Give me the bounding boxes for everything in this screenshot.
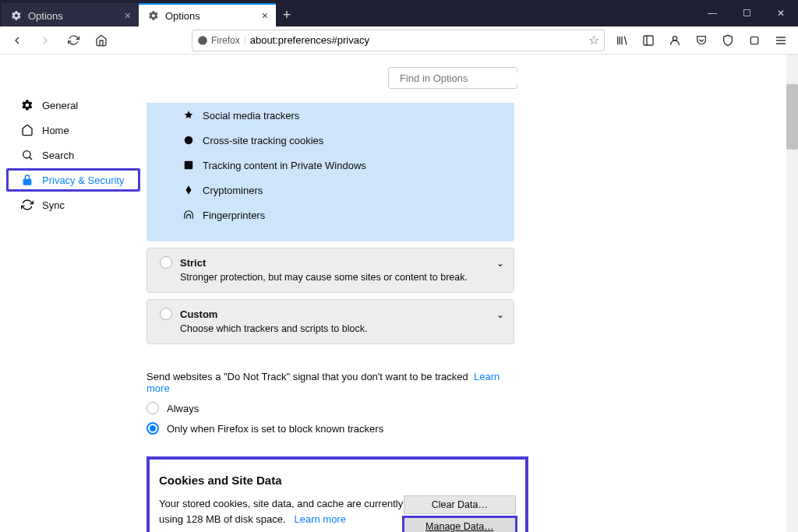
- main-content: Social media trackers Cross-site trackin…: [147, 55, 798, 532]
- gear-icon: [20, 98, 34, 112]
- cookie-learn-more-link[interactable]: Learn more: [294, 513, 345, 525]
- url-bar[interactable]: Firefox ☆: [192, 30, 605, 51]
- cookie-icon: [182, 134, 195, 146]
- minimize-button[interactable]: —: [695, 0, 729, 26]
- window-controls: — ☐ ✕: [695, 0, 798, 26]
- level-title: Custom: [180, 308, 217, 320]
- radio-off-icon[interactable]: [160, 308, 172, 320]
- tracker-label: Tracking content in Private Windows: [203, 160, 366, 171]
- identity-label: Firefox: [211, 35, 240, 46]
- dnt-text: Send websites a "Do Not Track" signal th…: [147, 371, 468, 382]
- clear-data-button[interactable]: Clear Data…: [404, 495, 516, 514]
- svg-rect-3: [750, 37, 757, 44]
- tracker-label: Fingerprinters: [203, 210, 265, 221]
- dnt-option-always[interactable]: Always: [147, 402, 514, 414]
- close-icon[interactable]: ×: [262, 9, 268, 22]
- section-title: Cookies and Site Data: [159, 474, 516, 487]
- chevron-down-icon: ⌄: [496, 309, 504, 320]
- standard-protection-box: Social media trackers Cross-site trackin…: [147, 103, 514, 241]
- svg-point-2: [673, 36, 676, 40]
- social-tracker-icon: [182, 109, 195, 122]
- find-in-options[interactable]: [388, 67, 517, 89]
- nav-toolbar: Firefox ☆: [0, 26, 798, 55]
- protection-level-strict[interactable]: ⌄ Strict Stronger protection, but may ca…: [147, 248, 514, 293]
- tracker-item-fingerprint: Fingerprinters: [147, 203, 514, 227]
- back-button[interactable]: [6, 30, 28, 51]
- cookies-site-data-section: Cookies and Site Data Your stored cookie…: [147, 456, 528, 532]
- level-desc: Stronger protection, but may cause some …: [180, 272, 486, 283]
- svg-point-0: [198, 36, 207, 45]
- dnt-label: Always: [167, 403, 199, 414]
- extension-icon[interactable]: [743, 30, 765, 51]
- tab-options-2[interactable]: Options ×: [139, 3, 276, 26]
- radio-off-icon[interactable]: [147, 402, 159, 414]
- home-icon: [20, 123, 34, 137]
- preferences-sidebar: General Home Search Privacy & Security S…: [0, 55, 147, 532]
- sidebar-item-label: Sync: [42, 199, 65, 211]
- sync-icon: [20, 198, 34, 212]
- sidebar-item-sync[interactable]: Sync: [6, 193, 140, 217]
- bookmark-star-icon[interactable]: ☆: [588, 33, 599, 48]
- sidebar-item-general[interactable]: General: [6, 93, 140, 117]
- svg-rect-7: [185, 161, 193, 170]
- shield-icon[interactable]: [717, 30, 739, 51]
- radio-off-icon[interactable]: [160, 256, 172, 269]
- sidebar-item-label: General: [42, 100, 78, 111]
- find-input[interactable]: [400, 72, 531, 84]
- home-button[interactable]: [90, 30, 112, 51]
- pocket-icon[interactable]: [690, 30, 712, 51]
- tracker-item-crypto: Cryptominers: [147, 178, 514, 203]
- reload-button[interactable]: [62, 30, 84, 51]
- level-title: Strict: [180, 257, 206, 269]
- tracker-item-social: Social media trackers: [147, 103, 514, 128]
- tracking-content-icon: [182, 159, 195, 171]
- sidebar-item-label: Search: [42, 150, 74, 161]
- tracker-item-content: Tracking content in Private Windows: [147, 153, 514, 178]
- tab-options-1[interactable]: Options ×: [2, 3, 139, 26]
- menu-button[interactable]: [770, 30, 792, 51]
- sidebar-icon[interactable]: [637, 30, 659, 51]
- fingerprint-icon: [182, 209, 195, 221]
- tracker-label: Cryptominers: [203, 185, 263, 196]
- tracker-label: Cross-site tracking cookies: [203, 135, 323, 146]
- lock-icon: [20, 173, 34, 187]
- cryptominer-icon: [182, 184, 195, 196]
- svg-point-4: [23, 151, 30, 158]
- chevron-down-icon: ⌄: [496, 258, 504, 269]
- close-window-button[interactable]: ✕: [764, 0, 798, 26]
- scrollbar-thumb[interactable]: [786, 84, 798, 150]
- do-not-track-section: Send websites a "Do Not Track" signal th…: [147, 371, 514, 435]
- sidebar-item-search[interactable]: Search: [6, 143, 140, 167]
- level-desc: Choose which trackers and scripts to blo…: [180, 323, 486, 334]
- gear-icon: [147, 9, 161, 23]
- library-icon[interactable]: [611, 30, 633, 51]
- gear-icon: [9, 9, 23, 23]
- sidebar-item-label: Home: [42, 125, 69, 136]
- cookie-storage-text: Your stored cookies, site data, and cach…: [159, 498, 403, 525]
- svg-point-6: [185, 136, 193, 145]
- protection-level-custom[interactable]: ⌄ Custom Choose which trackers and scrip…: [147, 299, 514, 344]
- account-icon[interactable]: [664, 30, 686, 51]
- radio-on-icon[interactable]: [147, 422, 159, 435]
- forward-button[interactable]: [34, 30, 56, 51]
- firefox-icon: [197, 35, 208, 46]
- sidebar-item-home[interactable]: Home: [6, 118, 140, 142]
- tracker-item-crosssite: Cross-site tracking cookies: [147, 128, 514, 153]
- svg-rect-1: [644, 36, 653, 45]
- tracker-label: Social media trackers: [203, 110, 299, 122]
- close-icon[interactable]: ×: [125, 9, 131, 22]
- search-icon: [20, 148, 34, 162]
- manage-data-button[interactable]: Manage Data…: [404, 517, 516, 532]
- tab-label: Options: [165, 10, 200, 22]
- sidebar-item-label: Privacy & Security: [42, 174, 124, 186]
- new-tab-button[interactable]: +: [276, 3, 298, 26]
- identity-box[interactable]: Firefox: [197, 35, 245, 46]
- url-input[interactable]: [250, 34, 584, 46]
- dnt-option-only-known[interactable]: Only when Firefox is set to block known …: [147, 422, 514, 435]
- titlebar: Options × Options × + — ☐ ✕: [0, 0, 798, 26]
- dnt-label: Only when Firefox is set to block known …: [167, 423, 383, 435]
- sidebar-item-privacy[interactable]: Privacy & Security: [6, 168, 140, 192]
- tab-label: Options: [28, 10, 63, 22]
- maximize-button[interactable]: ☐: [729, 0, 764, 26]
